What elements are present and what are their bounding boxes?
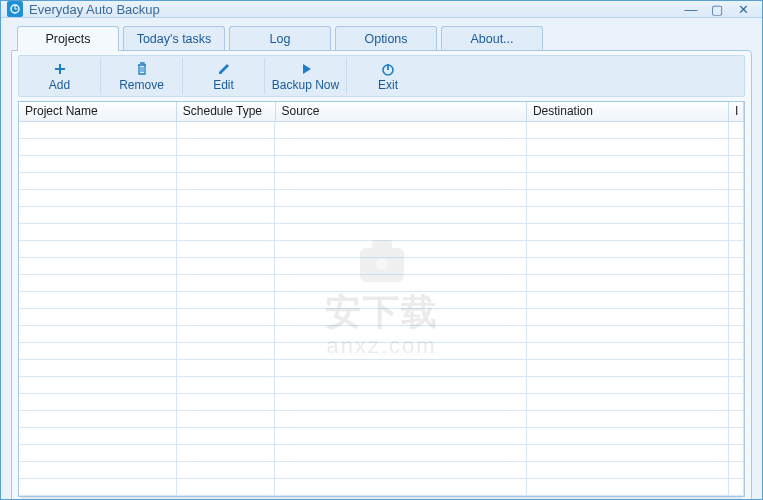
trash-icon [101, 60, 182, 78]
app-icon [7, 1, 23, 17]
table-row[interactable] [19, 139, 744, 156]
table-row[interactable] [19, 173, 744, 190]
tab-log[interactable]: Log [229, 26, 331, 51]
exit-label: Exit [347, 78, 429, 92]
table-row[interactable] [19, 377, 744, 394]
toolbar: Add Remove Edit Backup Now [18, 55, 745, 97]
table-row[interactable] [19, 428, 744, 445]
col-destination[interactable]: Destination [527, 102, 729, 121]
tab-strip: Projects Today's tasks Log Options About… [17, 26, 752, 51]
table-row[interactable] [19, 241, 744, 258]
table-row[interactable] [19, 292, 744, 309]
tab-projects[interactable]: Projects [17, 26, 119, 51]
tab-about[interactable]: About... [441, 26, 543, 51]
table-row[interactable] [19, 343, 744, 360]
col-extra[interactable]: I [729, 102, 744, 121]
backup-now-label: Backup Now [265, 78, 346, 92]
table-row[interactable] [19, 445, 744, 462]
table-row[interactable] [19, 479, 744, 496]
maximize-button[interactable]: ▢ [704, 1, 730, 17]
edit-label: Edit [183, 78, 264, 92]
table-row[interactable] [19, 224, 744, 241]
table-header: Project Name Schedule Type Source Destin… [19, 102, 744, 122]
table-row[interactable] [19, 360, 744, 377]
projects-panel: Add Remove Edit Backup Now [11, 50, 752, 500]
tab-options[interactable]: Options [335, 26, 437, 51]
table-row[interactable] [19, 309, 744, 326]
table-row[interactable] [19, 258, 744, 275]
table-row[interactable] [19, 275, 744, 292]
pencil-icon [183, 60, 264, 78]
minimize-button[interactable]: — [678, 1, 704, 17]
remove-button[interactable]: Remove [101, 58, 183, 94]
backup-now-button[interactable]: Backup Now [265, 58, 347, 94]
tab-todays-tasks[interactable]: Today's tasks [123, 26, 225, 51]
col-project-name[interactable]: Project Name [19, 102, 177, 121]
projects-table: Project Name Schedule Type Source Destin… [18, 101, 745, 497]
exit-button[interactable]: Exit [347, 58, 429, 94]
table-row[interactable] [19, 326, 744, 343]
content-area: Projects Today's tasks Log Options About… [1, 18, 762, 500]
power-icon [347, 60, 429, 78]
plus-icon [19, 60, 100, 78]
table-row[interactable] [19, 122, 744, 139]
table-row[interactable] [19, 207, 744, 224]
titlebar: Everyday Auto Backup — ▢ ✕ [1, 1, 762, 18]
col-schedule-type[interactable]: Schedule Type [177, 102, 276, 121]
play-icon [265, 60, 346, 78]
table-row[interactable] [19, 462, 744, 479]
add-label: Add [19, 78, 100, 92]
close-button[interactable]: ✕ [730, 1, 756, 17]
table-row[interactable] [19, 394, 744, 411]
table-row[interactable] [19, 190, 744, 207]
table-row[interactable] [19, 156, 744, 173]
remove-label: Remove [101, 78, 182, 92]
add-button[interactable]: Add [19, 58, 101, 94]
window-title: Everyday Auto Backup [29, 2, 160, 17]
col-source[interactable]: Source [276, 102, 527, 121]
table-body[interactable]: 安下载 anxz.com [19, 122, 744, 496]
edit-button[interactable]: Edit [183, 58, 265, 94]
table-row[interactable] [19, 411, 744, 428]
